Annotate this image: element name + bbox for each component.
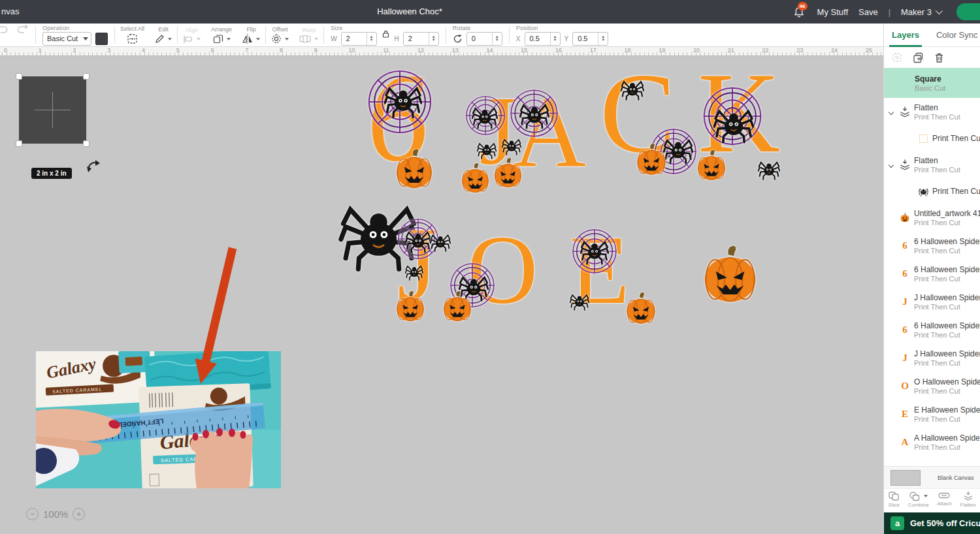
offset-button[interactable]: Offset	[266, 26, 294, 44]
halloween-letter[interactable]: J	[479, 93, 517, 169]
layer-thumb-flatten	[898, 106, 911, 118]
combine-tool-button[interactable]: Combine	[908, 491, 929, 508]
warp-icon	[299, 35, 311, 43]
machine-selector[interactable]: Maker 3	[901, 7, 941, 17]
stepper-arrows-icon[interactable]: ▲▼	[367, 33, 376, 45]
blank-canvas-row[interactable]: Blank Canvas	[884, 466, 980, 488]
topbar-separator: |	[889, 7, 890, 17]
layer-row[interactable]: KK Halloween Spider	[884, 456, 980, 466]
layer-row[interactable]: Print Then Cut	[884, 126, 980, 151]
layer-row[interactable]: EE Halloween Spider APrint Then Cut	[884, 400, 980, 428]
ruler-inch-label: 2	[73, 47, 76, 54]
promo-banner[interactable]: a Get 50% off Cricut Acc	[884, 512, 980, 534]
layer-row[interactable]: Print Then Cut	[884, 179, 980, 204]
layer-row[interactable]: JJ Halloween Spider APrint Then Cut	[884, 344, 980, 372]
ruler-inch-label: 22	[762, 47, 769, 54]
size-lock-button[interactable]	[382, 29, 389, 40]
attach-tool-button[interactable]: Attach	[937, 491, 952, 507]
notification-badge: 46	[798, 2, 808, 10]
width-label: W	[331, 35, 336, 42]
resize-handle-bottom-left[interactable]	[16, 140, 22, 147]
resize-handle-top-left[interactable]	[16, 73, 22, 80]
operation-dropdown[interactable]: Basic Cut	[42, 32, 91, 46]
arrange-icon	[213, 34, 223, 44]
select-layers-icon	[892, 52, 902, 63]
select-all-button[interactable]: Select All	[115, 25, 150, 44]
ruler-inch-label: 20	[693, 47, 700, 54]
edit-button[interactable]: Edit	[150, 26, 177, 44]
halloween-letter[interactable]: A	[513, 93, 586, 172]
halloween-letter[interactable]: C	[600, 69, 676, 158]
layer-row[interactable]: OO Halloween Spider APrint Then Cut	[884, 372, 980, 400]
chevron-down-icon	[83, 37, 88, 40]
layer-row[interactable]: JJ Halloween Spider APrint Then Cut	[884, 288, 980, 316]
layer-row[interactable]: SquareBasic Cut	[884, 68, 980, 98]
arrange-button[interactable]: Arrange	[206, 26, 237, 44]
layer-row[interactable]: Untitled_artwork 41Print Then Cut	[884, 204, 980, 232]
my-stuff-link[interactable]: My Stuff	[817, 7, 848, 17]
group-select-button[interactable]	[892, 52, 902, 63]
selected-square-shape[interactable]: 2 in x 2 in	[19, 76, 86, 144]
stepper-arrows-icon[interactable]: ▲▼	[492, 33, 502, 45]
blank-canvas-swatch[interactable]	[890, 470, 921, 486]
rotate-handle-icon[interactable]	[86, 159, 101, 173]
canvas-menu-label[interactable]: nvas	[1, 7, 19, 16]
design-canvas[interactable]: 2 in x 2 in 6 J A C K J O E	[0, 57, 883, 534]
layer-row[interactable]: 66 Halloween Spider APrint Then Cut	[884, 260, 980, 288]
layer-row[interactable]: AA Halloween Spider APrint Then Cut	[884, 428, 980, 456]
flip-button[interactable]: Flip	[237, 26, 265, 44]
flatten-tool-button[interactable]: Flatten	[960, 491, 975, 508]
make-it-button[interactable]	[956, 3, 980, 20]
chevron-down-icon[interactable]	[889, 163, 898, 167]
layer-title: Untitled_artwork 41	[914, 209, 980, 218]
layer-row[interactable]: FlattenPrint Then Cut	[884, 151, 980, 179]
tab-layers[interactable]: Layers	[892, 24, 919, 47]
x-stepper[interactable]: 0.5 ▲▼	[525, 32, 561, 46]
layer-title: E Halloween Spider A	[914, 405, 980, 415]
slice-tool-button[interactable]: Slice	[888, 491, 900, 508]
width-stepper[interactable]: 2 ▲▼	[341, 32, 377, 46]
chevron-down-icon[interactable]	[889, 110, 898, 114]
halloween-letter[interactable]: K	[698, 69, 780, 158]
chevron-down-icon	[168, 38, 172, 40]
delete-button[interactable]	[934, 52, 944, 63]
duplicate-button[interactable]	[913, 52, 924, 63]
ruler-inch-label: 1	[39, 47, 42, 54]
resize-handle-bottom-right[interactable]	[83, 140, 90, 147]
save-link[interactable]: Save	[858, 7, 878, 17]
stepper-arrows-icon[interactable]: ▲▼	[598, 33, 608, 45]
resize-handle-top-right[interactable]	[83, 73, 90, 80]
halloween-letter[interactable]: J	[397, 223, 438, 305]
center-cross-icon	[52, 92, 53, 128]
halloween-letter[interactable]: O	[467, 232, 538, 308]
size-label: Size	[331, 25, 342, 31]
halloween-letter[interactable]: 6	[361, 67, 433, 169]
rotate-stepper[interactable]: 0 ▲▼	[466, 32, 502, 46]
rotate-icon[interactable]	[453, 34, 463, 44]
document-title[interactable]: Halloween Choc*	[377, 7, 442, 16]
ruler-inch-label: 5	[176, 47, 180, 54]
notifications-button[interactable]: 46	[794, 5, 808, 19]
halloween-letter[interactable]: E	[570, 232, 630, 308]
blank-canvas-label: Blank Canvas	[938, 475, 974, 481]
big-pumpkin-icon[interactable]	[689, 243, 771, 306]
layer-thumb-letter-O: O	[898, 381, 911, 392]
chocolate-measuring-photo[interactable]: Galaxy SALTED CARAMEL	[36, 351, 281, 488]
zoom-out-button[interactable]: −	[26, 508, 39, 520]
tab-color-sync[interactable]: Color Sync	[936, 24, 978, 47]
top-bar: nvas Halloween Choc* 46 My Stuff Save | …	[0, 0, 980, 24]
layer-row[interactable]: 66 Halloween Spider APrint Then Cut	[884, 232, 980, 260]
y-stepper[interactable]: 0.5 ▲▼	[572, 32, 608, 46]
stepper-arrows-icon[interactable]: ▲▼	[429, 33, 438, 45]
height-stepper[interactable]: 2 ▲▼	[403, 32, 439, 46]
color-swatch[interactable]	[95, 33, 108, 45]
undo-icon[interactable]	[0, 24, 8, 34]
layer-thumb-letter-A: A	[898, 437, 911, 448]
zoom-in-button[interactable]: +	[73, 508, 85, 520]
lock-icon	[382, 30, 389, 38]
redo-icon[interactable]	[17, 24, 29, 34]
layer-row[interactable]: 66 Halloween Spider APrint Then Cut	[884, 316, 980, 344]
ruler-inch-label: 17	[590, 47, 596, 54]
stepper-arrows-icon[interactable]: ▲▼	[550, 33, 560, 45]
layer-row[interactable]: FlattenPrint Then Cut	[884, 98, 980, 126]
